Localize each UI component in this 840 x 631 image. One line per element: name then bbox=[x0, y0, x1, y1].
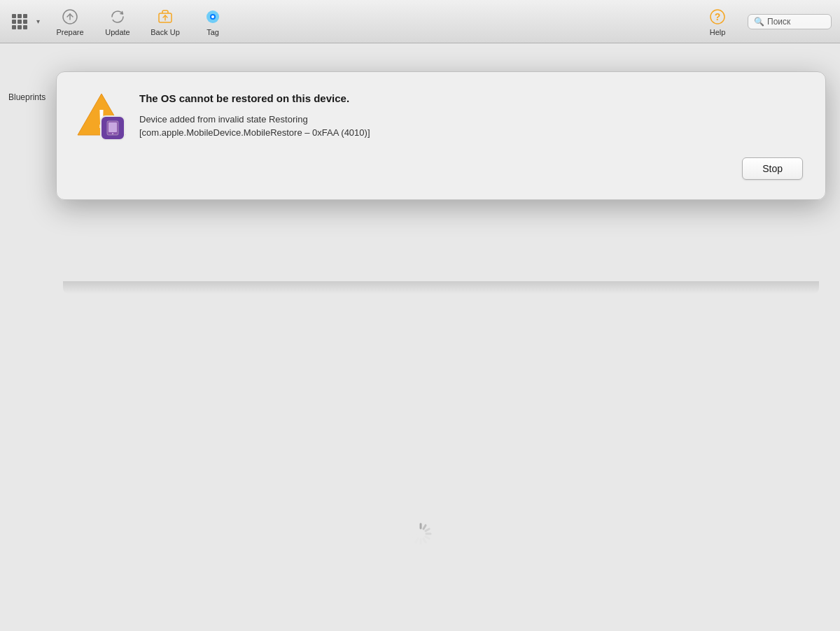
alert-message: Device added from invalid state Restorin… bbox=[139, 113, 803, 140]
chevron-down-icon[interactable]: ▾ bbox=[36, 17, 40, 25]
search-label: Поиск bbox=[767, 17, 790, 27]
svg-line-16 bbox=[426, 537, 429, 539]
svg-rect-10 bbox=[108, 122, 117, 132]
device-icon bbox=[100, 115, 125, 141]
prepare-label: Prepare bbox=[56, 28, 83, 36]
tag-label: Tag bbox=[206, 28, 219, 36]
svg-line-14 bbox=[426, 529, 429, 531]
help-label: Help bbox=[710, 28, 726, 36]
toolbar-item-update[interactable]: Update bbox=[100, 7, 135, 36]
svg-line-20 bbox=[412, 537, 416, 539]
toolbar-item-backup[interactable]: Back Up bbox=[148, 7, 183, 36]
alert-footer: Stop bbox=[76, 157, 803, 180]
alert-text: The OS cannot be restored on this device… bbox=[139, 92, 803, 140]
dialog-shadow bbox=[63, 281, 819, 294]
svg-line-19 bbox=[416, 539, 418, 542]
alert-title: The OS cannot be restored on this device… bbox=[139, 92, 803, 106]
toolbar: ▾ Prepare Update bbox=[0, 0, 840, 43]
svg-line-13 bbox=[424, 525, 426, 529]
svg-line-23 bbox=[416, 525, 418, 529]
svg-line-17 bbox=[424, 539, 426, 542]
grid-icon[interactable] bbox=[8, 10, 31, 33]
toolbar-item-help[interactable]: ? Help bbox=[700, 7, 735, 36]
prepare-icon bbox=[60, 7, 80, 27]
spinner-container bbox=[406, 519, 434, 547]
alert-body: ! The OS cannot be restored on this devi… bbox=[76, 92, 803, 141]
tag-icon bbox=[203, 7, 223, 27]
backup-icon bbox=[155, 7, 175, 27]
svg-text:?: ? bbox=[715, 11, 721, 22]
main-content: Blueprints ! bbox=[0, 43, 840, 631]
update-icon bbox=[108, 7, 127, 27]
update-label: Update bbox=[105, 28, 130, 36]
help-icon: ? bbox=[708, 7, 727, 27]
svg-point-4 bbox=[211, 15, 214, 18]
search-box[interactable]: 🔍 Поиск bbox=[748, 14, 832, 29]
backup-label: Back Up bbox=[150, 28, 180, 36]
svg-point-11 bbox=[112, 133, 113, 134]
alert-icon-container: ! bbox=[76, 92, 125, 141]
loading-spinner bbox=[406, 519, 434, 547]
search-icon: 🔍 bbox=[754, 17, 764, 27]
stop-button[interactable]: Stop bbox=[742, 157, 803, 180]
toolbar-item-tag[interactable]: Tag bbox=[195, 7, 230, 36]
toolbar-item-prepare[interactable]: Prepare bbox=[52, 7, 88, 36]
svg-line-22 bbox=[412, 529, 416, 531]
alert-dialog: ! The OS cannot be restored on this devi… bbox=[56, 71, 826, 200]
